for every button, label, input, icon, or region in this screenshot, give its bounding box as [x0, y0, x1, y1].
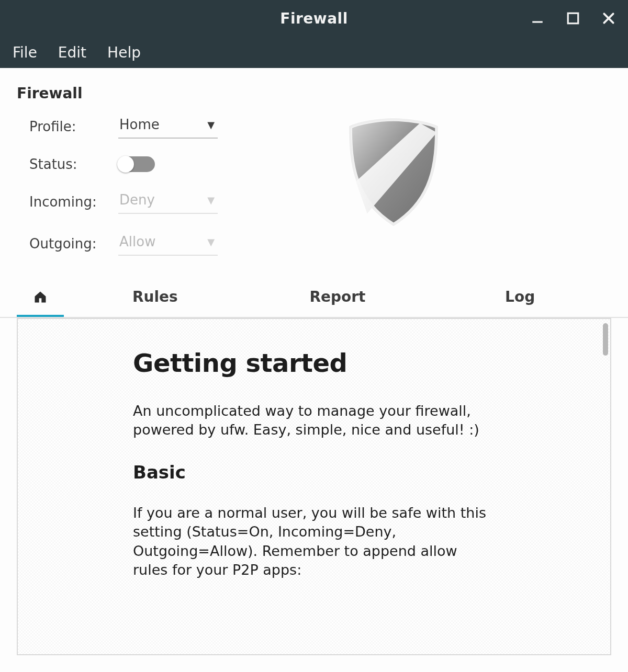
status-label: Status:: [29, 156, 118, 172]
doc-heading-getting-started: Getting started: [133, 348, 495, 378]
doc-basic-paragraph: If you are a normal user, you will be sa…: [133, 504, 495, 580]
incoming-value: Deny: [119, 192, 155, 208]
home-icon: [33, 290, 48, 304]
profile-dropdown[interactable]: Home ▼: [118, 115, 218, 139]
tab-home[interactable]: [17, 280, 64, 317]
scrollbar-thumb[interactable]: [603, 323, 608, 356]
minimize-button[interactable]: [529, 9, 546, 27]
outgoing-value: Allow: [119, 234, 155, 249]
toggle-knob: [117, 156, 134, 173]
tabs: Rules Report Log: [0, 280, 628, 318]
menubar: File Edit Help: [0, 37, 628, 68]
minimize-icon: [531, 12, 544, 25]
maximize-button[interactable]: [564, 9, 582, 27]
tab-rules[interactable]: Rules: [64, 280, 246, 317]
incoming-dropdown[interactable]: Deny ▼: [118, 190, 218, 214]
settings-row: Profile: Home ▼ Status: Incoming: Deny ▼…: [0, 110, 628, 256]
close-icon: [602, 12, 615, 25]
tab-log[interactable]: Log: [429, 280, 611, 317]
svg-rect-1: [568, 13, 578, 24]
close-button[interactable]: [600, 9, 618, 27]
menu-file[interactable]: File: [13, 44, 37, 61]
doc-heading-basic: Basic: [133, 462, 495, 483]
titlebar: Firewall: [0, 0, 628, 37]
doc-content: Getting started An uncomplicated way to …: [18, 319, 610, 654]
shield-icon: [346, 115, 441, 230]
menu-edit[interactable]: Edit: [58, 44, 86, 61]
incoming-label: Incoming:: [29, 194, 118, 210]
window-controls: [529, 0, 618, 37]
menu-help[interactable]: Help: [107, 44, 141, 61]
chevron-down-icon: ▼: [207, 236, 215, 247]
doc-pane: Getting started An uncomplicated way to …: [17, 318, 611, 655]
outgoing-label: Outgoing:: [29, 236, 118, 252]
profile-value: Home: [119, 117, 160, 132]
shield-wrap: [239, 110, 611, 230]
app-window: Firewall File Edit Help Firewall Profile…: [0, 0, 628, 672]
chevron-down-icon: ▼: [207, 195, 215, 206]
settings-grid: Profile: Home ▼ Status: Incoming: Deny ▼…: [17, 110, 218, 256]
outgoing-dropdown[interactable]: Allow ▼: [118, 232, 218, 256]
content-area: Firewall Profile: Home ▼ Status: Incomin…: [0, 68, 628, 672]
profile-label: Profile:: [29, 119, 118, 134]
page-title: Firewall: [0, 85, 628, 110]
status-toggle[interactable]: [118, 156, 155, 172]
chevron-down-icon: ▼: [207, 119, 215, 130]
svg-rect-0: [532, 21, 543, 22]
tab-report[interactable]: Report: [246, 280, 429, 317]
doc-intro-paragraph: An uncomplicated way to manage your fire…: [133, 402, 495, 440]
maximize-icon: [566, 12, 580, 25]
